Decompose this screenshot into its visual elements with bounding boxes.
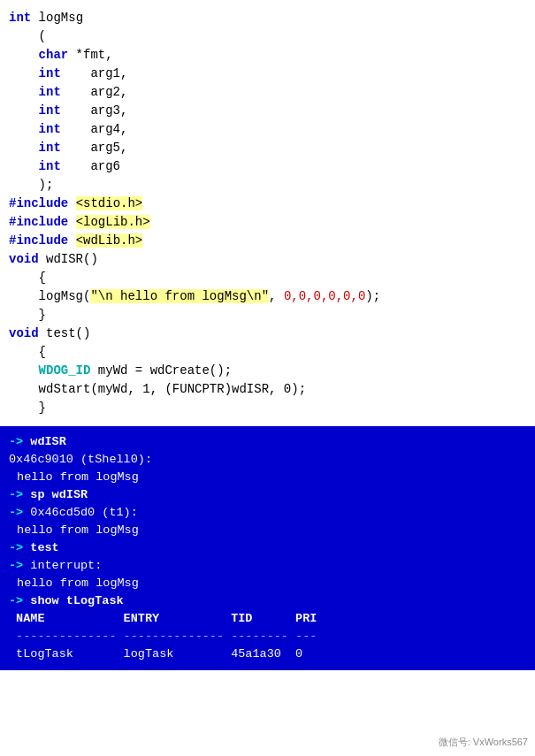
code-line: #include <wdLib.h>: [9, 232, 526, 250]
terminal-line: NAME ENTRY TID PRI: [9, 610, 526, 628]
terminal-line: -> 0x46cd5d0 (t1):: [9, 504, 526, 522]
code-line: char *fmt,: [9, 46, 526, 65]
code-line: }: [9, 399, 526, 417]
code-line: wdStart(myWd, 1, (FUNCPTR)wdISR, 0);: [9, 380, 526, 399]
code-line: );: [9, 176, 526, 195]
terminal-line: -> interrupt:: [9, 557, 526, 575]
watermark: 微信号: VxWorks567: [439, 736, 528, 749]
code-line: int arg4,: [9, 120, 526, 139]
code-line: }: [9, 306, 526, 325]
terminal-line: -> wdISR: [9, 433, 526, 451]
terminal-line: hello from logMsg: [9, 522, 526, 539]
code-line: int arg5,: [9, 139, 526, 157]
terminal: -> wdISR0x46c9010 (tShell0): hello from …: [0, 426, 535, 670]
terminal-line: -> sp wdISR: [9, 486, 526, 504]
terminal-line: hello from logMsg: [9, 469, 526, 486]
code-line: int arg3,: [9, 102, 526, 120]
code-line: int arg1,: [9, 65, 526, 83]
code-line: void test(): [9, 325, 526, 343]
terminal-line: -------------- -------------- -------- -…: [9, 628, 526, 645]
code-line: logMsg("\n hello from logMsg\n", 0,0,0,0…: [9, 287, 526, 306]
code-line: int arg2,: [9, 83, 526, 102]
terminal-line: -> show tLogTask: [9, 592, 526, 610]
code-line: int logMsg: [9, 9, 526, 27]
code-line: int arg6: [9, 157, 526, 176]
terminal-line: 0x46c9010 (tShell0):: [9, 451, 526, 469]
terminal-line: hello from logMsg: [9, 575, 526, 592]
code-line: {: [9, 269, 526, 287]
terminal-line: tLogTask logTask 45a1a30 0: [9, 645, 526, 663]
terminal-line: -> test: [9, 539, 526, 557]
code-area: int logMsg ( char *fmt, int arg1, int ar…: [0, 0, 535, 426]
code-line: {: [9, 343, 526, 362]
code-line: #include <stdio.h>: [9, 195, 526, 213]
code-line: #include <logLib.h>: [9, 213, 526, 232]
code-line: (: [9, 27, 526, 46]
code-line: WDOG_ID myWd = wdCreate();: [9, 362, 526, 380]
code-line: void wdISR(): [9, 250, 526, 269]
